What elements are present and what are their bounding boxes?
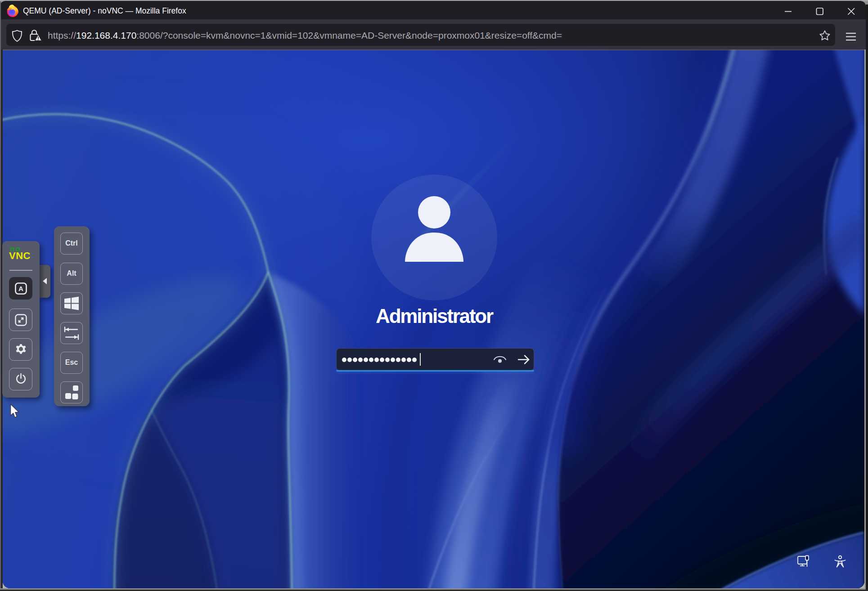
svg-text:A: A bbox=[18, 285, 23, 292]
